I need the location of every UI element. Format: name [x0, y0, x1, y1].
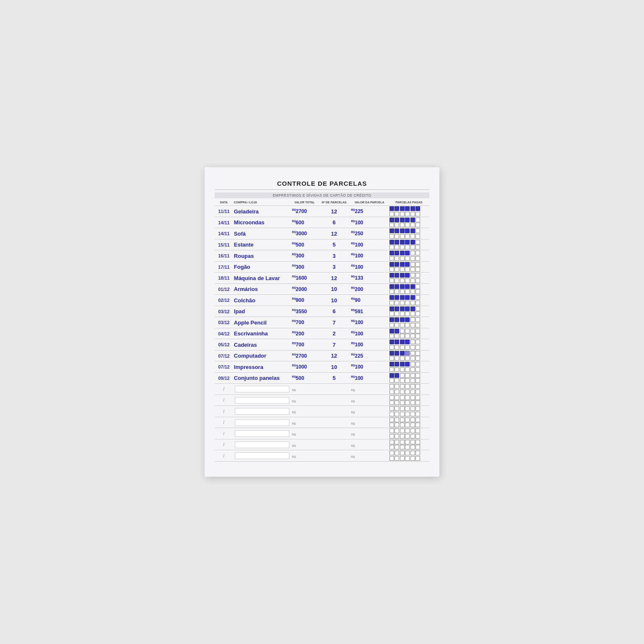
payment-box[interactable] [405, 356, 410, 361]
payment-box[interactable] [400, 240, 405, 244]
payment-box[interactable] [390, 245, 394, 249]
payment-box[interactable] [390, 434, 394, 439]
payment-box[interactable] [405, 451, 410, 455]
payment-box[interactable] [410, 278, 415, 283]
payment-box[interactable] [395, 440, 399, 444]
payment-box[interactable] [390, 440, 394, 444]
payment-box[interactable] [390, 218, 394, 222]
payment-box[interactable] [395, 301, 399, 305]
payment-box[interactable] [405, 240, 410, 244]
payment-box[interactable] [415, 340, 420, 344]
payment-box[interactable] [410, 428, 415, 433]
payment-box[interactable] [410, 373, 415, 378]
payment-box[interactable] [395, 367, 399, 372]
payment-box[interactable] [400, 378, 405, 383]
payment-box[interactable] [415, 306, 420, 311]
payment-box[interactable] [405, 267, 410, 272]
payment-box[interactable] [415, 390, 420, 394]
payment-box[interactable] [395, 212, 399, 216]
payment-box[interactable] [415, 267, 420, 272]
payment-box[interactable] [415, 329, 420, 333]
payment-box[interactable] [400, 229, 405, 233]
payment-box[interactable] [410, 245, 415, 249]
payment-box[interactable] [400, 278, 405, 283]
payment-box[interactable] [395, 434, 399, 439]
payment-box[interactable] [395, 395, 399, 400]
payment-box[interactable] [390, 340, 394, 344]
payment-box[interactable] [395, 390, 399, 394]
payment-box[interactable] [415, 378, 420, 383]
payment-box[interactable] [405, 289, 410, 294]
payment-box[interactable] [395, 406, 399, 411]
payment-box[interactable] [395, 262, 399, 267]
payment-box[interactable] [415, 445, 420, 449]
payment-box[interactable] [395, 234, 399, 239]
payment-box[interactable] [395, 418, 399, 422]
payment-box[interactable] [395, 351, 399, 356]
payment-box[interactable] [410, 445, 415, 449]
payment-box[interactable] [410, 289, 415, 294]
payment-box[interactable] [395, 456, 399, 461]
payment-box[interactable] [395, 312, 399, 316]
payment-box[interactable] [410, 351, 415, 356]
payment-box[interactable] [400, 406, 405, 411]
payment-box[interactable] [395, 273, 399, 278]
payment-box[interactable] [390, 456, 394, 461]
payment-box[interactable] [405, 229, 410, 233]
payment-box[interactable] [410, 384, 415, 389]
payment-box[interactable] [390, 406, 394, 411]
payment-box[interactable] [390, 278, 394, 283]
payment-box[interactable] [415, 240, 420, 244]
payment-box[interactable] [390, 301, 394, 305]
payment-box[interactable] [390, 418, 394, 422]
payment-box[interactable] [390, 400, 394, 405]
payment-box[interactable] [410, 423, 415, 427]
payment-box[interactable] [400, 367, 405, 372]
payment-box[interactable] [410, 390, 415, 394]
payment-box[interactable] [410, 295, 415, 300]
payment-box[interactable] [390, 229, 394, 233]
payment-box[interactable] [410, 406, 415, 411]
payment-box[interactable] [415, 451, 420, 455]
payment-box[interactable] [410, 240, 415, 244]
payment-box[interactable] [405, 345, 410, 350]
payment-box[interactable] [400, 400, 405, 405]
payment-box[interactable] [390, 284, 394, 289]
payment-box[interactable] [415, 356, 420, 361]
payment-box[interactable] [400, 351, 405, 356]
payment-box[interactable] [390, 306, 394, 311]
payment-box[interactable] [390, 390, 394, 394]
payment-box[interactable] [410, 212, 415, 216]
payment-box[interactable] [395, 428, 399, 433]
payment-box[interactable] [405, 329, 410, 333]
payment-box[interactable] [405, 284, 410, 289]
payment-box[interactable] [395, 362, 399, 366]
payment-box[interactable] [395, 295, 399, 300]
payment-box[interactable] [410, 418, 415, 422]
payment-box[interactable] [415, 412, 420, 416]
payment-box[interactable] [390, 356, 394, 361]
payment-box[interactable] [390, 334, 394, 338]
payment-box[interactable] [405, 301, 410, 305]
payment-box[interactable] [410, 273, 415, 278]
payment-box[interactable] [395, 284, 399, 289]
payment-box[interactable] [410, 345, 415, 350]
payment-box[interactable] [400, 273, 405, 278]
payment-box[interactable] [395, 245, 399, 249]
payment-box[interactable] [405, 362, 410, 366]
payment-box[interactable] [410, 340, 415, 344]
payment-box[interactable] [400, 334, 405, 338]
payment-box[interactable] [415, 312, 420, 316]
payment-box[interactable] [395, 218, 399, 222]
payment-box[interactable] [410, 334, 415, 338]
payment-box[interactable] [395, 334, 399, 338]
payment-box[interactable] [405, 373, 410, 378]
payment-box[interactable] [405, 384, 410, 389]
payment-box[interactable] [400, 234, 405, 239]
payment-box[interactable] [415, 418, 420, 422]
payment-box[interactable] [390, 223, 394, 227]
payment-box[interactable] [390, 256, 394, 261]
payment-box[interactable] [400, 356, 405, 361]
payment-box[interactable] [415, 284, 420, 289]
payment-box[interactable] [410, 301, 415, 305]
